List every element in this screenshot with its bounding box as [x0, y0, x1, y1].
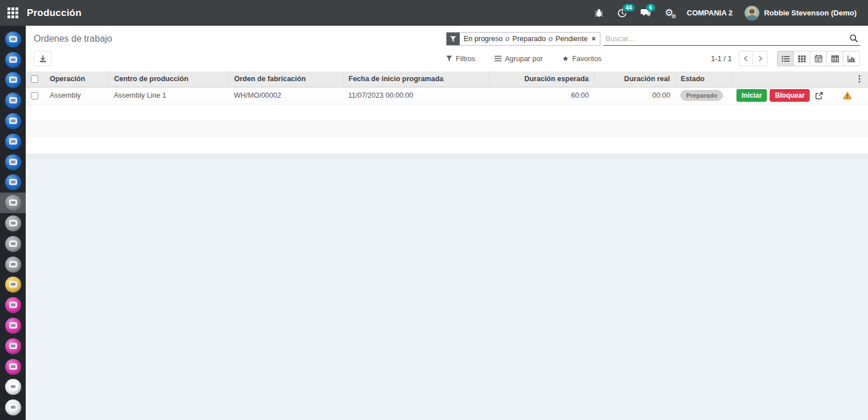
cell-manufacturing-order[interactable]: WH/MO/00002	[229, 87, 343, 104]
select-all-checkbox[interactable]	[31, 75, 38, 83]
sidebar-item-pos-app-icon[interactable]	[0, 173, 26, 193]
facet-remove-icon[interactable]: ×	[590, 33, 600, 45]
facet-text: En progreso o Preparado o Pendiente	[460, 33, 590, 45]
sidebar-item-events-app-icon[interactable]	[0, 377, 26, 398]
topbar: Producción 44 6 ⚙ ⚙	[0, 0, 868, 26]
favorites-button[interactable]: ★ Favoritos	[562, 55, 602, 63]
search-bar: En progreso o Preparado o Pendiente ×	[446, 32, 860, 46]
col-fecha-inicio[interactable]: Fecha de inicio programada	[343, 71, 489, 87]
notes-app-icon	[5, 52, 21, 68]
filters-button[interactable]: Filtros	[446, 55, 475, 63]
sidebar-item-repair-app-icon[interactable]	[0, 213, 26, 234]
user-name: Robbie Stevenson (Demo)	[764, 9, 857, 17]
graph-view-button[interactable]	[843, 51, 860, 66]
calendar-view-button[interactable]	[810, 51, 827, 66]
maps-app-icon	[5, 113, 21, 129]
search-input[interactable]	[603, 32, 860, 46]
sidebar-item-crm-app-icon[interactable]	[0, 90, 26, 111]
row-checkbox[interactable]	[31, 92, 38, 99]
sidebar-item-project-app-icon[interactable]	[0, 131, 26, 152]
table-header-row: Operación Centro de producción Orden de …	[26, 71, 868, 87]
col-orden-fabricacion[interactable]: Orden de fabricación	[229, 71, 343, 87]
sidebar-item-contacts-app-icon[interactable]	[0, 70, 26, 91]
messages-count-badge: 6	[646, 4, 655, 11]
star-icon: ★	[562, 55, 569, 62]
content-background	[26, 159, 868, 420]
sidebar-item-employees-app-icon[interactable]	[0, 275, 26, 295]
settings-gears-icon[interactable]: ⚙ ⚙	[663, 7, 675, 19]
email-marketing-app-icon	[5, 338, 21, 354]
external-link-icon[interactable]	[815, 92, 823, 99]
cell-actions: Iniciar Bloquear	[731, 87, 841, 104]
quality-app-icon	[5, 257, 21, 273]
user-avatar	[744, 6, 759, 21]
pager-next-button[interactable]	[753, 51, 767, 66]
search-icon[interactable]	[849, 34, 858, 43]
col-centro-produccion[interactable]: Centro de producción	[109, 71, 229, 87]
debug-bug-icon[interactable]	[593, 7, 604, 19]
col-estado[interactable]: Estado	[675, 71, 731, 87]
sidebar-item-email-marketing-app-icon[interactable]	[0, 336, 26, 357]
sidebar-item-website-app-icon[interactable]	[0, 315, 26, 336]
sidebar-item-devices-app-icon[interactable]	[0, 295, 26, 315]
cell-duration-expected[interactable]: 60:00	[489, 87, 594, 104]
search-filter-facet[interactable]: En progreso o Preparado o Pendiente ×	[446, 32, 600, 46]
sidebar-item-discuss-app-icon[interactable]	[0, 29, 26, 50]
start-button[interactable]: Iniciar	[736, 89, 767, 102]
sidebar-item-quality-app-icon[interactable]	[0, 254, 26, 275]
group-by-button[interactable]: Agrupar por	[495, 55, 543, 63]
kanban-view-button[interactable]	[794, 51, 810, 66]
content-area: Ordenes de trabajo En progreso o Prepara…	[26, 26, 868, 420]
crm-app-icon	[5, 93, 21, 109]
sidebar-item-manufacturing-app-icon[interactable]	[0, 193, 26, 213]
col-actions	[731, 71, 841, 87]
block-button[interactable]: Bloquear	[770, 89, 810, 102]
website-app-icon	[5, 318, 21, 334]
export-download-button[interactable]	[34, 51, 51, 66]
table-row[interactable]: Assembly Assembly Line 1 WH/MO/00002 11/…	[26, 87, 868, 104]
optional-columns-toggle-icon[interactable]	[858, 75, 866, 83]
cell-warning	[841, 87, 856, 104]
maintenance-app-icon	[5, 236, 21, 252]
list-view-button[interactable]	[777, 51, 794, 66]
state-badge: Preparado	[680, 90, 723, 101]
cell-state: Preparado	[675, 87, 731, 104]
sidebar-item-elearning-app-icon[interactable]	[0, 397, 26, 418]
col-duracion-esperada[interactable]: Duración esperada	[489, 71, 594, 87]
user-menu[interactable]: Robbie Stevenson (Demo)	[744, 6, 857, 21]
sidebar-item-maps-app-icon[interactable]	[0, 111, 26, 131]
events-app-icon	[5, 379, 21, 395]
app-title[interactable]: Producción	[27, 7, 82, 19]
cell-duration-real[interactable]: 00:00	[594, 87, 675, 104]
warning-icon[interactable]	[843, 91, 854, 99]
empty-row-3	[26, 137, 868, 154]
discuss-app-icon	[5, 31, 21, 47]
small-gear-glyph: ⚙	[671, 14, 676, 19]
activities-clock-icon[interactable]: 44	[616, 7, 628, 19]
sidebar-item-sales-app-icon[interactable]	[0, 152, 26, 173]
select-all-cell	[26, 71, 45, 87]
cell-operation[interactable]: Assembly	[45, 87, 109, 104]
cell-workcenter[interactable]: Assembly Line 1	[109, 87, 229, 104]
pager-range: 1-1 / 1	[711, 54, 732, 63]
messages-chat-icon[interactable]: 6	[640, 7, 651, 19]
cell-scheduled-start[interactable]: 11/07/2023 00:00:00	[343, 87, 489, 104]
devices-app-icon	[5, 297, 21, 313]
facet-or-1: o	[505, 35, 509, 43]
company-switcher[interactable]: COMPANIA 2	[687, 9, 732, 17]
col-duracion-real[interactable]: Duración real	[594, 71, 675, 87]
view-switcher	[777, 51, 860, 66]
apps-grid-icon	[7, 7, 18, 18]
apps-menu-button[interactable]	[0, 0, 26, 26]
manufacturing-app-icon	[5, 195, 21, 211]
sidebar-item-notes-app-icon[interactable]	[0, 50, 26, 70]
pager-previous-button[interactable]	[739, 51, 753, 66]
sidebar-item-maintenance-app-icon[interactable]	[0, 234, 26, 254]
favorites-label: Favoritos	[572, 55, 602, 63]
col-warning	[841, 71, 856, 87]
facet-value-3: Pendiente	[555, 35, 587, 43]
sidebar-item-sms-marketing-app-icon[interactable]	[0, 357, 26, 377]
work-orders-table: Operación Centro de producción Orden de …	[26, 71, 868, 105]
pivot-view-button[interactable]	[827, 51, 843, 66]
col-operacion[interactable]: Operación	[45, 71, 109, 87]
